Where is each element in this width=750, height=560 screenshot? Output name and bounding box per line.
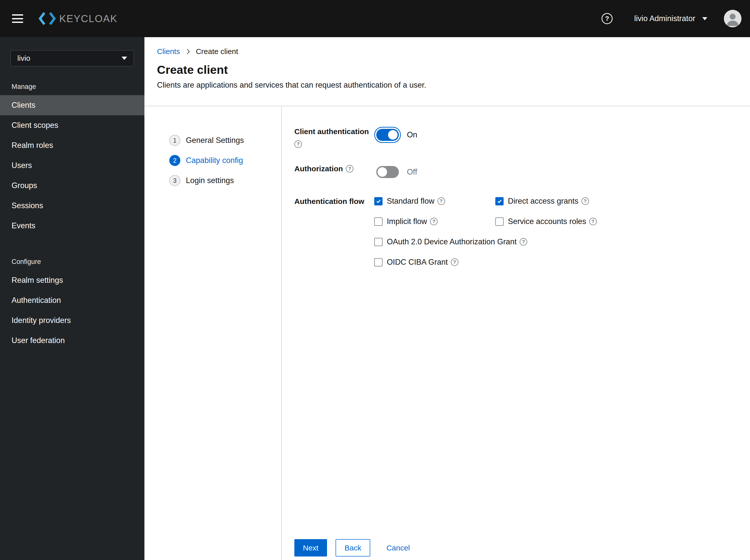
sidebar-item-user-federation[interactable]: User federation <box>0 331 144 351</box>
client-authentication-row: Client authentication On <box>294 127 750 148</box>
sidebar-section-configure: Configure <box>0 236 144 270</box>
user-menu[interactable]: livio Administrator <box>634 14 707 23</box>
sidebar-item-groups[interactable]: Groups <box>0 176 144 196</box>
authentication-flow-label: Authentication flow <box>294 197 374 206</box>
authorization-state: Off <box>407 167 417 177</box>
sidebar-item-authentication[interactable]: Authentication <box>0 290 144 311</box>
page-subtitle: Clients are applications and services th… <box>157 81 737 89</box>
wizard-actions: Next Back Cancel <box>294 539 750 557</box>
keycloak-logo-icon <box>38 11 57 26</box>
help-icon[interactable] <box>581 197 589 205</box>
avatar[interactable] <box>724 10 742 27</box>
service-accounts-roles-checkbox[interactable]: Service accounts roles <box>495 217 597 226</box>
page-header: Clients Create client Create client Clie… <box>144 37 750 106</box>
brand: KEYCLOAK <box>38 11 118 26</box>
checkbox[interactable] <box>374 218 382 226</box>
sidebar-item-identity-providers[interactable]: Identity providers <box>0 311 144 331</box>
main-content: Clients Create client Create client Clie… <box>144 37 750 560</box>
client-authentication-toggle[interactable] <box>376 129 399 141</box>
sidebar: livio Manage Clients Client scopes Realm… <box>0 37 144 560</box>
client-authentication-state: On <box>407 130 417 139</box>
breadcrumb: Clients Create client <box>157 47 737 56</box>
next-button[interactable]: Next <box>294 539 327 557</box>
keycloak-admin-console: KEYCLOAK livio Administrator livio <box>0 0 750 560</box>
sidebar-section-manage: Manage <box>0 66 144 95</box>
sidebar-item-sessions[interactable]: Sessions <box>0 196 144 216</box>
checkbox[interactable] <box>495 218 504 226</box>
cancel-button[interactable]: Cancel <box>386 539 410 557</box>
help-icon[interactable] <box>601 13 613 24</box>
realm-selector-value: livio <box>17 54 31 62</box>
brand-wordmark: KEYCLOAK <box>59 13 118 24</box>
chevron-down-icon <box>702 17 707 20</box>
wizard-step-general-settings[interactable]: 1 General Settings <box>169 130 281 151</box>
chevron-right-icon <box>186 49 190 55</box>
oidc-ciba-grant-checkbox[interactable]: OIDC CIBA Grant <box>374 258 495 267</box>
sidebar-item-client-scopes[interactable]: Client scopes <box>0 115 144 135</box>
sidebar-item-realm-roles[interactable]: Realm roles <box>0 135 144 156</box>
authentication-flow-options: Standard flow Direct access grants <box>374 197 597 267</box>
sidebar-item-realm-settings[interactable]: Realm settings <box>0 270 144 290</box>
standard-flow-checkbox[interactable]: Standard flow <box>374 197 495 206</box>
checkbox[interactable] <box>374 197 382 205</box>
step-number: 1 <box>169 135 180 146</box>
masthead: KEYCLOAK livio Administrator <box>0 0 750 37</box>
wizard-step-login-settings[interactable]: 3 Login settings <box>169 171 281 191</box>
page-title: Create client <box>157 63 737 77</box>
wizard-nav: 1 General Settings 2 Capability config 3… <box>144 106 282 560</box>
breadcrumb-clients-link[interactable]: Clients <box>157 47 180 56</box>
help-icon[interactable] <box>346 165 353 173</box>
user-menu-label: livio Administrator <box>634 14 695 23</box>
checkbox[interactable] <box>495 197 504 205</box>
sidebar-item-clients[interactable]: Clients <box>0 95 144 115</box>
help-icon[interactable] <box>589 218 597 225</box>
authorization-toggle[interactable] <box>376 166 399 178</box>
step-number: 3 <box>169 175 180 186</box>
capability-config-form: Client authentication On <box>282 106 750 560</box>
oauth-device-grant-checkbox[interactable]: OAuth 2.0 Device Authorization Grant <box>374 237 597 246</box>
back-button[interactable]: Back <box>336 539 371 557</box>
chevron-down-icon <box>122 57 127 60</box>
implicit-flow-checkbox[interactable]: Implicit flow <box>374 217 495 226</box>
help-icon[interactable] <box>451 258 458 266</box>
client-authentication-label: Client authentication <box>294 127 374 136</box>
checkbox[interactable] <box>374 238 382 246</box>
help-icon[interactable] <box>294 140 302 148</box>
help-icon[interactable] <box>430 218 437 225</box>
checkbox[interactable] <box>374 258 382 266</box>
sidebar-item-events[interactable]: Events <box>0 216 144 236</box>
realm-selector[interactable]: livio <box>11 50 134 66</box>
authorization-label: Authorization <box>294 164 343 174</box>
step-number: 2 <box>169 155 180 166</box>
help-icon[interactable] <box>520 238 527 246</box>
breadcrumb-current: Create client <box>196 47 238 56</box>
wizard-step-capability-config[interactable]: 2 Capability config <box>169 151 281 171</box>
direct-access-grants-checkbox[interactable]: Direct access grants <box>495 197 597 206</box>
authorization-row: Authorization Off <box>294 164 750 180</box>
nav-toggle-icon[interactable] <box>12 14 23 23</box>
authentication-flow-row: Authentication flow Standard flow <box>294 197 750 267</box>
sidebar-item-users[interactable]: Users <box>0 156 144 176</box>
help-icon[interactable] <box>437 197 445 205</box>
